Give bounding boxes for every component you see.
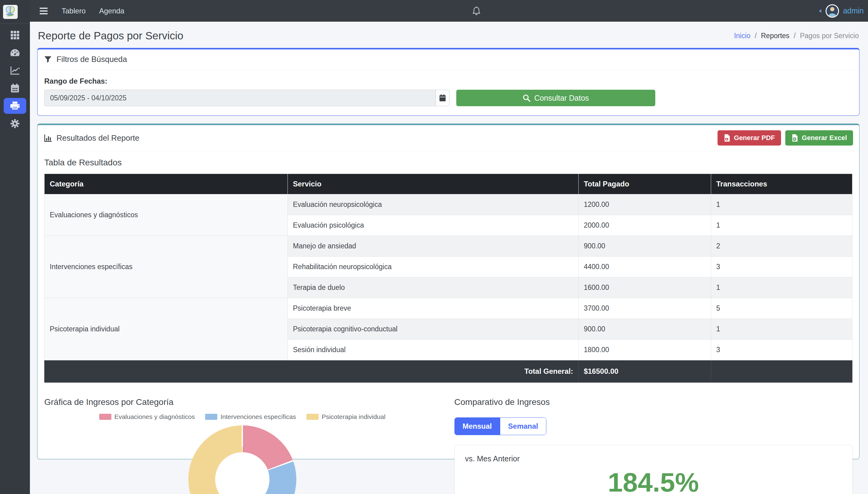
breadcrumb-inicio[interactable]: Inicio [734, 32, 751, 40]
transactions-cell: 3 [711, 340, 852, 360]
nav-item-tablero[interactable]: Tablero [62, 7, 86, 15]
comparison-value: 184.5% [465, 467, 842, 494]
service-cell: Evaluación psicológica [287, 215, 578, 236]
category-cell: Evaluaciones y diagnósticos [44, 194, 288, 236]
generar-pdf-button[interactable]: Generar PDF [718, 130, 781, 146]
legend-item[interactable]: Intervenciones específicas [205, 413, 296, 420]
legend-swatch [205, 414, 217, 420]
filter-funnel-icon [44, 56, 52, 63]
transactions-cell: 1 [711, 319, 852, 340]
table-section-title: Tabla de Resultados [44, 158, 852, 168]
transactions-cell: 1 [711, 194, 852, 215]
total-general-value: $16500.00 [578, 360, 711, 383]
calendar-icon [11, 83, 20, 93]
sidebar-item-modules[interactable] [4, 27, 26, 43]
generar-excel-button[interactable]: Generar Excel [785, 130, 853, 146]
table-row: Intervenciones específicas Manejo de ans… [44, 236, 852, 256]
menu-toggle-icon[interactable] [39, 6, 48, 16]
breadcrumb-pagos-por-servicio: Pagos por Servicio [800, 32, 859, 40]
table-row: Psicoterapia individual Psicoterapia bre… [44, 298, 852, 319]
chart-legend: Evaluaciones y diagnósticos Intervencion… [44, 413, 440, 420]
file-excel-icon [791, 134, 798, 142]
transactions-cell: 3 [711, 256, 852, 277]
top-navbar: Tablero Agenda admin [30, 0, 868, 22]
header-servicio: Servicio [287, 174, 578, 194]
content-area: Reporte de Pagos por Servicio Inicio / R… [30, 22, 868, 494]
total-general-label: Total General: [44, 360, 579, 383]
search-icon [523, 94, 530, 102]
sidebar-menu [0, 24, 30, 132]
user-menu[interactable]: admin [843, 6, 864, 15]
chart-section-title: Gráfica de Ingresos por Categoría [44, 397, 440, 407]
legend-swatch [306, 414, 319, 420]
printer-icon [10, 101, 20, 111]
transactions-cell: 1 [711, 215, 852, 236]
nav-item-agenda[interactable]: Agenda [99, 7, 125, 15]
total-cell: 4400.00 [578, 256, 711, 277]
sidebar-item-calendar[interactable] [4, 80, 26, 96]
category-cell: Intervenciones específicas [44, 236, 288, 298]
sidebar-item-reports-print[interactable] [4, 98, 26, 114]
brain-logo-icon [4, 6, 17, 18]
table-row: Evaluaciones y diagnósticos Evaluación n… [44, 194, 852, 215]
total-cell: 1600.00 [578, 277, 711, 298]
app-logo[interactable] [0, 0, 30, 24]
legend-swatch [99, 414, 111, 420]
results-card: Resultados del Reporte Generar PDF [37, 124, 860, 459]
transactions-cell: 2 [711, 236, 852, 256]
chart-line-icon [10, 66, 20, 75]
avatar[interactable] [825, 4, 839, 18]
sidebar-item-charts[interactable] [4, 62, 26, 78]
total-cell: 900.00 [578, 319, 711, 340]
speedometer-icon [10, 49, 20, 57]
breadcrumb: Inicio / Reportes / Pagos por Servicio [734, 32, 859, 42]
service-cell: Manejo de ansiedad [287, 236, 578, 256]
total-cell: 2000.00 [578, 215, 711, 236]
service-cell: Psicoterapia cognitivo-conductual [287, 319, 578, 340]
sidebar [0, 0, 30, 494]
date-range-label: Rango de Fechas: [44, 77, 852, 86]
total-cell: 1200.00 [578, 194, 711, 215]
notifications-bell-icon[interactable] [472, 6, 481, 16]
comparison-label: vs. Mes Anterior [465, 454, 842, 463]
header-total-pagado: Total Pagado [578, 174, 711, 194]
category-cell: Psicoterapia individual [44, 298, 288, 360]
total-cell: 3700.00 [578, 298, 711, 319]
gear-icon [11, 119, 20, 128]
calendar-button[interactable] [435, 90, 450, 106]
legend-item[interactable]: Evaluaciones y diagnósticos [99, 413, 195, 420]
donut-chart [188, 425, 296, 494]
breadcrumb-reportes: Reportes [761, 32, 789, 40]
sidebar-item-dashboard[interactable] [4, 45, 26, 61]
caret-left-icon[interactable] [818, 9, 822, 13]
transactions-cell: 1 [711, 277, 852, 298]
sidebar-item-settings[interactable] [4, 116, 26, 132]
tab-mensual[interactable]: Mensual [455, 418, 500, 435]
transactions-cell: 5 [711, 298, 852, 319]
filters-card-title: Filtros de Búsqueda [56, 55, 127, 64]
results-card-title: Resultados del Reporte [56, 133, 139, 143]
legend-item[interactable]: Psicoterapia individual [306, 413, 385, 420]
comparison-title: Comparativo de Ingresos [454, 397, 852, 407]
total-cell: 900.00 [578, 236, 711, 256]
service-cell: Psicoterapia breve [287, 298, 578, 319]
tab-semanal[interactable]: Semanal [500, 418, 546, 435]
header-categoria: Categoría [44, 174, 288, 194]
period-toggle: Mensual Semanal [454, 417, 547, 435]
header-transacciones: Transacciones [711, 174, 852, 194]
bar-chart-icon [44, 134, 52, 142]
consultar-datos-button[interactable]: Consultar Datos [456, 90, 655, 106]
service-cell: Evaluación neuropsicológica [287, 194, 578, 215]
service-cell: Sesión individual [287, 340, 578, 360]
service-cell: Rehabilitación neuropsicológica [287, 256, 578, 277]
date-range-input[interactable] [44, 90, 435, 106]
comparison-panel: vs. Mes Anterior 184.5% ▲ Respecto al mi… [454, 445, 852, 494]
calendar-addon-icon [439, 94, 446, 101]
table-footer-row: Total General: $16500.00 [44, 360, 852, 383]
file-pdf-icon [724, 134, 730, 142]
table-header-row: Categoría Servicio Total Pagado Transacc… [44, 174, 852, 194]
page-title: Reporte de Pagos por Servicio [38, 30, 184, 42]
service-cell: Terapia de duelo [287, 277, 578, 298]
results-table: Categoría Servicio Total Pagado Transacc… [44, 174, 852, 383]
grid-icon [11, 31, 20, 40]
